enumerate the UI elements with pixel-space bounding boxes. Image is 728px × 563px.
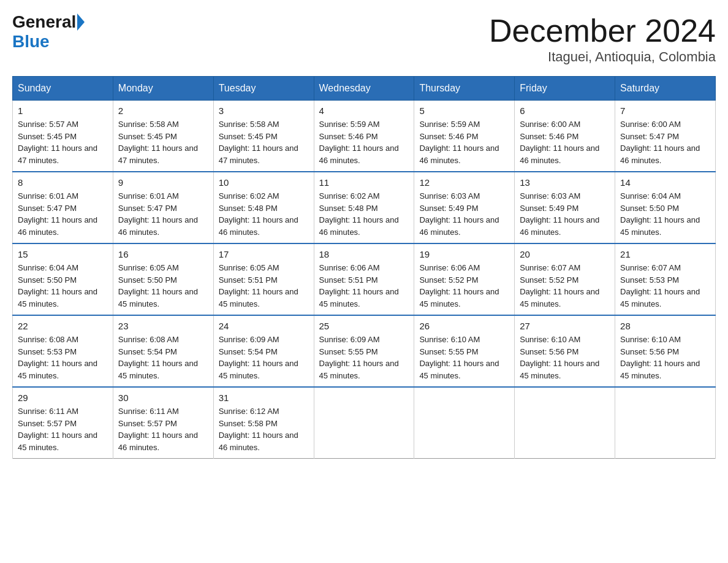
week-row-2: 8 Sunrise: 6:01 AM Sunset: 5:47 PM Dayli… bbox=[13, 172, 716, 243]
day-info: Sunrise: 5:59 AM Sunset: 5:46 PM Dayligh… bbox=[419, 118, 509, 166]
day-number: 28 bbox=[620, 321, 710, 331]
day-info: Sunrise: 6:11 AM Sunset: 5:57 PM Dayligh… bbox=[18, 405, 108, 453]
header-row: SundayMondayTuesdayWednesdayThursdayFrid… bbox=[13, 77, 716, 101]
day-cell-6: 6 Sunrise: 6:00 AM Sunset: 5:46 PM Dayli… bbox=[515, 101, 615, 172]
day-cell-30: 30 Sunrise: 6:11 AM Sunset: 5:57 PM Dayl… bbox=[113, 387, 213, 459]
day-cell-5: 5 Sunrise: 5:59 AM Sunset: 5:46 PM Dayli… bbox=[414, 101, 515, 172]
day-info: Sunrise: 6:11 AM Sunset: 5:57 PM Dayligh… bbox=[118, 405, 208, 453]
day-cell-27: 27 Sunrise: 6:10 AM Sunset: 5:56 PM Dayl… bbox=[515, 315, 615, 387]
day-number: 4 bbox=[319, 105, 409, 116]
day-cell-9: 9 Sunrise: 6:01 AM Sunset: 5:47 PM Dayli… bbox=[113, 172, 213, 243]
day-info: Sunrise: 6:08 AM Sunset: 5:53 PM Dayligh… bbox=[18, 334, 108, 381]
day-number: 14 bbox=[620, 177, 710, 188]
day-number: 11 bbox=[319, 177, 409, 188]
day-info: Sunrise: 6:07 AM Sunset: 5:52 PM Dayligh… bbox=[520, 262, 610, 310]
day-cell-16: 16 Sunrise: 6:05 AM Sunset: 5:50 PM Dayl… bbox=[113, 243, 213, 315]
day-cell-15: 15 Sunrise: 6:04 AM Sunset: 5:50 PM Dayl… bbox=[13, 243, 113, 315]
empty-cell bbox=[515, 387, 615, 459]
day-info: Sunrise: 6:01 AM Sunset: 5:47 PM Dayligh… bbox=[18, 190, 108, 238]
empty-cell bbox=[615, 387, 716, 459]
day-number: 12 bbox=[419, 177, 509, 188]
header-thursday: Thursday bbox=[414, 77, 515, 101]
day-info: Sunrise: 6:00 AM Sunset: 5:47 PM Dayligh… bbox=[620, 118, 710, 166]
day-number: 8 bbox=[18, 177, 108, 188]
day-info: Sunrise: 6:09 AM Sunset: 5:55 PM Dayligh… bbox=[319, 334, 409, 381]
day-cell-29: 29 Sunrise: 6:11 AM Sunset: 5:57 PM Dayl… bbox=[13, 387, 113, 459]
day-number: 2 bbox=[118, 105, 208, 116]
day-cell-7: 7 Sunrise: 6:00 AM Sunset: 5:47 PM Dayli… bbox=[615, 101, 716, 172]
month-title: December 2024 bbox=[489, 12, 716, 49]
logo-arrow-icon bbox=[77, 13, 85, 31]
day-number: 17 bbox=[219, 249, 309, 259]
day-number: 29 bbox=[18, 393, 108, 403]
page-header: General Blue December 2024 Itaguei, Anti… bbox=[12, 12, 716, 65]
day-number: 23 bbox=[118, 321, 208, 331]
day-number: 16 bbox=[118, 249, 208, 259]
day-info: Sunrise: 6:00 AM Sunset: 5:46 PM Dayligh… bbox=[520, 118, 610, 166]
day-cell-23: 23 Sunrise: 6:08 AM Sunset: 5:54 PM Dayl… bbox=[113, 315, 213, 387]
day-number: 25 bbox=[319, 321, 409, 331]
day-info: Sunrise: 6:12 AM Sunset: 5:58 PM Dayligh… bbox=[219, 405, 309, 453]
day-info: Sunrise: 6:03 AM Sunset: 5:49 PM Dayligh… bbox=[419, 190, 509, 238]
logo-general: General bbox=[12, 12, 76, 32]
day-number: 20 bbox=[520, 249, 610, 259]
day-number: 31 bbox=[219, 393, 309, 403]
day-cell-8: 8 Sunrise: 6:01 AM Sunset: 5:47 PM Dayli… bbox=[13, 172, 113, 243]
day-info: Sunrise: 6:04 AM Sunset: 5:50 PM Dayligh… bbox=[620, 190, 710, 238]
logo: General Blue bbox=[12, 12, 86, 52]
day-number: 6 bbox=[520, 105, 610, 116]
day-number: 24 bbox=[219, 321, 309, 331]
day-number: 19 bbox=[419, 249, 509, 259]
day-cell-4: 4 Sunrise: 5:59 AM Sunset: 5:46 PM Dayli… bbox=[314, 101, 414, 172]
day-cell-31: 31 Sunrise: 6:12 AM Sunset: 5:58 PM Dayl… bbox=[213, 387, 314, 459]
day-number: 3 bbox=[219, 105, 309, 116]
day-number: 30 bbox=[118, 393, 208, 403]
day-cell-13: 13 Sunrise: 6:03 AM Sunset: 5:49 PM Dayl… bbox=[515, 172, 615, 243]
week-row-5: 29 Sunrise: 6:11 AM Sunset: 5:57 PM Dayl… bbox=[13, 387, 716, 459]
day-info: Sunrise: 6:10 AM Sunset: 5:56 PM Dayligh… bbox=[620, 334, 710, 381]
day-cell-10: 10 Sunrise: 6:02 AM Sunset: 5:48 PM Dayl… bbox=[213, 172, 314, 243]
day-cell-24: 24 Sunrise: 6:09 AM Sunset: 5:54 PM Dayl… bbox=[213, 315, 314, 387]
header-sunday: Sunday bbox=[13, 77, 113, 101]
day-cell-19: 19 Sunrise: 6:06 AM Sunset: 5:52 PM Dayl… bbox=[414, 243, 515, 315]
day-cell-11: 11 Sunrise: 6:02 AM Sunset: 5:48 PM Dayl… bbox=[314, 172, 414, 243]
day-cell-14: 14 Sunrise: 6:04 AM Sunset: 5:50 PM Dayl… bbox=[615, 172, 716, 243]
day-info: Sunrise: 6:02 AM Sunset: 5:48 PM Dayligh… bbox=[219, 190, 309, 238]
day-info: Sunrise: 5:58 AM Sunset: 5:45 PM Dayligh… bbox=[219, 118, 309, 166]
day-info: Sunrise: 6:07 AM Sunset: 5:53 PM Dayligh… bbox=[620, 262, 710, 310]
day-cell-22: 22 Sunrise: 6:08 AM Sunset: 5:53 PM Dayl… bbox=[13, 315, 113, 387]
day-info: Sunrise: 5:59 AM Sunset: 5:46 PM Dayligh… bbox=[319, 118, 409, 166]
week-row-4: 22 Sunrise: 6:08 AM Sunset: 5:53 PM Dayl… bbox=[13, 315, 716, 387]
header-friday: Friday bbox=[515, 77, 615, 101]
day-number: 26 bbox=[419, 321, 509, 331]
day-number: 27 bbox=[520, 321, 610, 331]
header-wednesday: Wednesday bbox=[314, 77, 414, 101]
day-cell-21: 21 Sunrise: 6:07 AM Sunset: 5:53 PM Dayl… bbox=[615, 243, 716, 315]
title-section: December 2024 Itaguei, Antioquia, Colomb… bbox=[489, 12, 716, 65]
day-cell-20: 20 Sunrise: 6:07 AM Sunset: 5:52 PM Dayl… bbox=[515, 243, 615, 315]
day-info: Sunrise: 6:08 AM Sunset: 5:54 PM Dayligh… bbox=[118, 334, 208, 381]
day-number: 9 bbox=[118, 177, 208, 188]
day-info: Sunrise: 6:02 AM Sunset: 5:48 PM Dayligh… bbox=[319, 190, 409, 238]
day-info: Sunrise: 6:10 AM Sunset: 5:56 PM Dayligh… bbox=[520, 334, 610, 381]
day-cell-1: 1 Sunrise: 5:57 AM Sunset: 5:45 PM Dayli… bbox=[13, 101, 113, 172]
day-cell-2: 2 Sunrise: 5:58 AM Sunset: 5:45 PM Dayli… bbox=[113, 101, 213, 172]
day-info: Sunrise: 6:09 AM Sunset: 5:54 PM Dayligh… bbox=[219, 334, 309, 381]
calendar-table: SundayMondayTuesdayWednesdayThursdayFrid… bbox=[12, 76, 716, 459]
day-number: 22 bbox=[18, 321, 108, 331]
logo-blue: Blue bbox=[12, 32, 50, 52]
day-cell-26: 26 Sunrise: 6:10 AM Sunset: 5:55 PM Dayl… bbox=[414, 315, 515, 387]
day-number: 15 bbox=[18, 249, 108, 259]
day-info: Sunrise: 6:01 AM Sunset: 5:47 PM Dayligh… bbox=[118, 190, 208, 238]
day-info: Sunrise: 6:10 AM Sunset: 5:55 PM Dayligh… bbox=[419, 334, 509, 381]
location: Itaguei, Antioquia, Colombia bbox=[489, 49, 716, 65]
day-number: 18 bbox=[319, 249, 409, 259]
day-number: 21 bbox=[620, 249, 710, 259]
day-number: 10 bbox=[219, 177, 309, 188]
week-row-3: 15 Sunrise: 6:04 AM Sunset: 5:50 PM Dayl… bbox=[13, 243, 716, 315]
day-cell-3: 3 Sunrise: 5:58 AM Sunset: 5:45 PM Dayli… bbox=[213, 101, 314, 172]
header-saturday: Saturday bbox=[615, 77, 716, 101]
day-number: 5 bbox=[419, 105, 509, 116]
day-info: Sunrise: 6:04 AM Sunset: 5:50 PM Dayligh… bbox=[18, 262, 108, 310]
day-cell-12: 12 Sunrise: 6:03 AM Sunset: 5:49 PM Dayl… bbox=[414, 172, 515, 243]
